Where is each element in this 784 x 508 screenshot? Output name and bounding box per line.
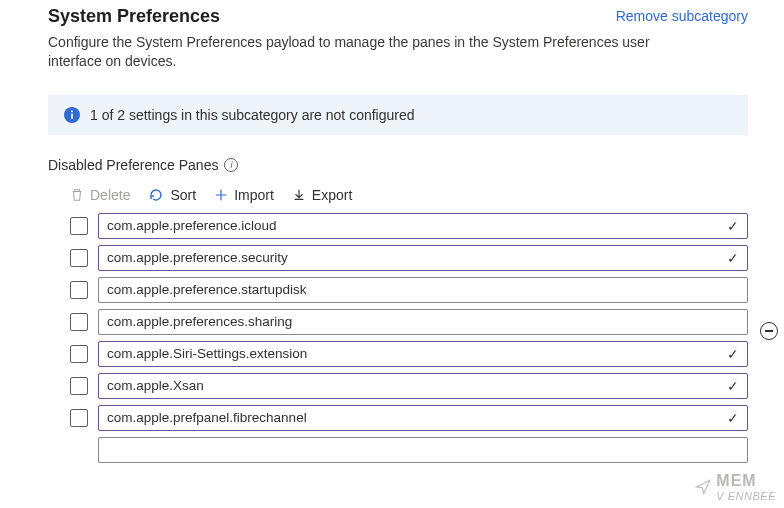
info-banner: 1 of 2 settings in this subcategory are … <box>48 95 748 135</box>
pane-input[interactable]: com.apple.Siri-Settings.extension✓ <box>98 341 748 367</box>
svg-rect-1 <box>71 113 73 119</box>
pane-input[interactable]: com.apple.Xsan✓ <box>98 373 748 399</box>
export-button[interactable]: Export <box>292 187 352 203</box>
pane-value: com.apple.prefpanel.fibrechannel <box>107 410 307 425</box>
checkmark-icon: ✓ <box>727 346 739 362</box>
pane-value: com.apple.preferences.sharing <box>107 314 292 329</box>
section-label: Disabled Preference Panes <box>48 157 218 173</box>
page-title: System Preferences <box>48 6 220 27</box>
checkmark-icon: ✓ <box>727 218 739 234</box>
refresh-icon <box>148 187 164 203</box>
svg-rect-2 <box>71 110 73 112</box>
sort-button[interactable]: Sort <box>148 187 196 203</box>
trash-icon <box>70 188 84 202</box>
pane-list: com.apple.preference.icloud✓com.apple.pr… <box>48 213 748 463</box>
banner-text: 1 of 2 settings in this subcategory are … <box>90 107 415 123</box>
row-checkbox[interactable] <box>70 377 88 395</box>
remove-row-button[interactable] <box>760 322 778 340</box>
pane-input[interactable]: com.apple.prefpanel.fibrechannel✓ <box>98 405 748 431</box>
info-icon <box>64 107 80 123</box>
pane-value: com.apple.preference.icloud <box>107 218 277 233</box>
pane-row: com.apple.preference.startupdisk <box>48 277 748 303</box>
row-checkbox[interactable] <box>70 281 88 299</box>
row-checkbox[interactable] <box>70 313 88 331</box>
pane-value: com.apple.preference.security <box>107 250 288 265</box>
pane-row: com.apple.prefpanel.fibrechannel✓ <box>48 405 748 431</box>
pane-row: com.apple.preference.icloud✓ <box>48 213 748 239</box>
pane-row: com.apple.Xsan✓ <box>48 373 748 399</box>
pane-input[interactable]: com.apple.preference.icloud✓ <box>98 213 748 239</box>
pane-value: com.apple.Siri-Settings.extension <box>107 346 307 361</box>
pane-value: com.apple.Xsan <box>107 378 204 393</box>
row-checkbox[interactable] <box>70 217 88 235</box>
pane-value: com.apple.preference.startupdisk <box>107 282 307 297</box>
pane-input[interactable]: com.apple.preferences.sharing <box>98 309 748 335</box>
page-description: Configure the System Preferences payload… <box>48 33 668 71</box>
help-icon[interactable]: i <box>224 158 238 172</box>
pane-input[interactable]: com.apple.preference.security✓ <box>98 245 748 271</box>
remove-subcategory-link[interactable]: Remove subcategory <box>616 6 748 24</box>
row-checkbox[interactable] <box>70 249 88 267</box>
watermark: MEM V ENNBEE <box>694 472 776 502</box>
row-checkbox[interactable] <box>70 409 88 427</box>
row-checkbox[interactable] <box>70 345 88 363</box>
pane-row: com.apple.Siri-Settings.extension✓ <box>48 341 748 367</box>
checkmark-icon: ✓ <box>727 378 739 394</box>
pane-input[interactable]: com.apple.preference.startupdisk <box>98 277 748 303</box>
checkmark-icon: ✓ <box>727 410 739 426</box>
plus-icon <box>214 188 228 202</box>
delete-button: Delete <box>70 187 130 203</box>
checkmark-icon: ✓ <box>727 250 739 266</box>
toolbar: Delete Sort Import Export <box>70 187 748 203</box>
pane-row: com.apple.preference.security✓ <box>48 245 748 271</box>
pane-row: com.apple.preferences.sharing <box>48 309 748 335</box>
download-icon <box>292 188 306 202</box>
empty-pane-input[interactable] <box>98 437 748 463</box>
import-button[interactable]: Import <box>214 187 274 203</box>
